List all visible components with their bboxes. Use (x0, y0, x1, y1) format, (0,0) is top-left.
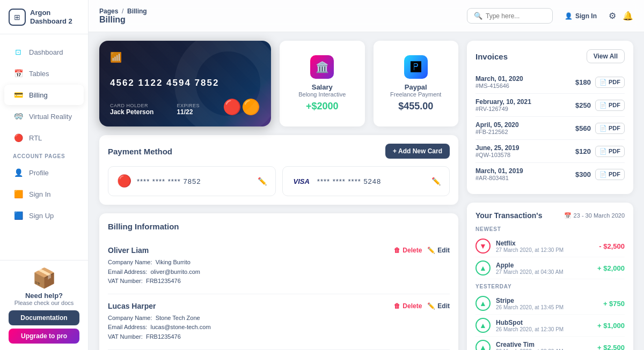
sidebar: ⊞ Argon Dashboard 2 ⊡ Dashboard 📅 Tables… (0, 0, 89, 350)
edit-lucas-button[interactable]: ✏️ Edit (427, 302, 450, 310)
invoice-id-2: #RV-126749 (475, 106, 531, 112)
invoice-date-3: April, 05, 2020 (475, 121, 519, 129)
pdf-button-3[interactable]: 📄 PDF (595, 123, 625, 134)
edit-oliver-button[interactable]: ✏️ Edit (427, 247, 450, 254)
top-cards-row: 📶 4562 1122 4594 7852 Card Holder Jack P… (99, 41, 458, 126)
payment-method-section: Payment Method + Add New Card 🔴 **** ***… (99, 135, 458, 205)
sidebar-item-tables[interactable]: 📅 Tables (4, 63, 84, 84)
pdf-button-2[interactable]: 📄 PDF (595, 100, 625, 111)
topbar-right: 🔍 👤 Sign In ⚙ 🔔 (467, 8, 633, 24)
sidebar-item-vr[interactable]: 🥽 Virtual Reality (4, 106, 84, 126)
view-all-button[interactable]: View All (587, 49, 625, 63)
user-icon: 👤 (565, 12, 573, 20)
search-input[interactable] (486, 12, 546, 20)
edit-icon: ✏️ (427, 302, 435, 310)
billing-info-header: Billing Information (108, 222, 450, 231)
page-title: Billing (99, 15, 147, 25)
transactions-section: Your Transaction's 📅 23 - 30 March 2020 … (467, 203, 633, 350)
invoice-date-4: June, 25, 2019 (475, 144, 519, 152)
billing-lucas-actions: 🗑 Delete ✏️ Edit (394, 302, 450, 310)
netflix-time: 27 March 2020, at 12:30 PM (496, 247, 594, 253)
sidebar-item-dashboard[interactable]: ⊡ Dashboard (4, 42, 84, 62)
invoice-date-1: March, 01, 2020 (475, 75, 523, 83)
billing-item-oliver: Oliver Liam 🗑 Delete ✏️ Edit (108, 239, 450, 294)
payment-cards-list: 🔴 **** **** **** 7852 ✏️ VISA **** **** … (108, 166, 450, 196)
logo-icon: ⊞ (9, 9, 26, 26)
hubspot-name: HubSpot (496, 319, 592, 326)
invoice-left-2: February, 10, 2021 #RV-126749 (475, 98, 531, 112)
transactions-header: Your Transaction's 📅 23 - 30 March 2020 (475, 211, 625, 220)
trans-item-stripe: ▲ Stripe 26 March 2020, at 13:45 PM + $7… (475, 293, 625, 315)
sidebar-item-signin[interactable]: 🟧 Sign In (4, 184, 84, 204)
sidebar-item-signup[interactable]: 🟦 Sign Up (4, 205, 84, 226)
paypal-value: $455.00 (398, 101, 433, 112)
billing-lucas-header: Lucas Harper 🗑 Delete ✏️ Edit (108, 302, 450, 310)
invoice-right-5: $300 📄 PDF (575, 169, 625, 180)
sidebar-item-profile[interactable]: 👤 Profile (4, 162, 84, 183)
breadcrumb: Pages / Billing (99, 8, 147, 15)
invoices-section: Invoices View All March, 01, 2020 #MS-41… (467, 41, 633, 194)
add-card-button[interactable]: + Add New Card (385, 144, 450, 159)
sidebar-item-billing[interactable]: 💳 Billing (4, 85, 84, 105)
paypal-label: Paypal (405, 83, 427, 91)
left-column: 📶 4562 1122 4594 7852 Card Holder Jack P… (99, 41, 458, 341)
sidebar-label-tables: Tables (29, 70, 49, 78)
sidebar-item-rtl[interactable]: 🔴 RTL (4, 128, 84, 148)
notifications-icon[interactable]: 🔔 (623, 11, 633, 21)
edit-visa-icon[interactable]: ✏️ (431, 177, 441, 185)
pdf-icon-3: 📄 (599, 125, 607, 132)
pdf-icon-2: 📄 (599, 102, 607, 109)
profile-icon: 👤 (13, 167, 24, 178)
search-box[interactable]: 🔍 (467, 8, 553, 24)
paypal-sub: Freelance Payment (390, 91, 441, 98)
topbar-signin-button[interactable]: 👤 Sign In (559, 9, 602, 23)
pdf-button-5[interactable]: 📄 PDF (595, 169, 625, 180)
search-icon: 🔍 (474, 12, 482, 20)
pdf-button-1[interactable]: 📄 PDF (595, 77, 625, 88)
apple-time: 27 March 2020, at 04:30 AM (496, 269, 592, 275)
netflix-amount: - $2,500 (599, 242, 625, 250)
invoices-header: Invoices View All (475, 49, 625, 63)
billing-icon: 💳 (13, 90, 24, 100)
sidebar-label-signin: Sign In (29, 190, 50, 198)
trans-item-hubspot: ▲ HubSpot 26 March 2020, at 12:30 PM + $… (475, 315, 625, 337)
billing-item-lucas: Lucas Harper 🗑 Delete ✏️ Edit (108, 294, 450, 350)
invoice-right-1: $180 📄 PDF (575, 77, 625, 88)
breadcrumb-base: Pages (99, 8, 118, 15)
docs-button[interactable]: Documentation (9, 310, 79, 325)
invoice-item-1: March, 01, 2020 #MS-415646 $180 📄 PDF (475, 71, 625, 94)
app-logo: ⊞ Argon Dashboard 2 (0, 0, 88, 34)
account-section-label: ACCOUNT PAGES (0, 149, 88, 161)
billing-info-title: Billing Information (108, 222, 179, 231)
trans-item-apple: ▲ Apple 27 March 2020, at 04:30 AM + $2,… (475, 257, 625, 279)
delete-oliver-button[interactable]: 🗑 Delete (394, 247, 422, 254)
invoice-id-1: #MS-415646 (475, 83, 523, 89)
invoices-title: Invoices (475, 52, 508, 61)
stripe-amount: + $750 (603, 300, 625, 308)
creative-tim-amount: + $2,500 (597, 344, 625, 351)
invoice-item-2: February, 10, 2021 #RV-126749 $250 📄 PDF (475, 94, 625, 117)
hubspot-time: 26 March 2020, at 12:30 PM (496, 326, 592, 332)
sidebar-label-signup: Sign Up (29, 212, 54, 220)
upgrade-button[interactable]: Upgrade to pro (9, 329, 79, 344)
delete-lucas-button[interactable]: 🗑 Delete (394, 302, 422, 310)
visa-logo-icon: VISA (291, 176, 312, 187)
settings-icon[interactable]: ⚙ (609, 11, 616, 21)
salary-icon: 🏛️ (310, 55, 334, 79)
breadcrumb-area: Pages / Billing Billing (99, 8, 147, 25)
invoice-item-5: March, 01, 2019 #AR-803481 $300 📄 PDF (475, 163, 625, 185)
invoice-left-1: March, 01, 2020 #MS-415646 (475, 75, 523, 89)
invoice-left-4: June, 25, 2019 #QW-103578 (475, 144, 519, 158)
visa-card-left: VISA **** **** **** 5248 (291, 176, 382, 187)
pdf-button-4[interactable]: 📄 PDF (595, 146, 625, 157)
visa-digits: **** **** **** 5248 (317, 177, 381, 185)
invoice-amount-5: $300 (575, 170, 591, 178)
help-subtitle: Please check our docs (9, 300, 79, 306)
creative-tim-circle: ▲ (475, 340, 491, 350)
billing-oliver-actions: 🗑 Delete ✏️ Edit (394, 247, 450, 254)
invoice-left-3: April, 05, 2020 #FB-212562 (475, 121, 519, 135)
sidebar-label-rtl: RTL (29, 134, 42, 142)
hubspot-circle: ▲ (475, 318, 491, 333)
trash-icon: 🗑 (394, 247, 400, 254)
edit-mastercard-icon[interactable]: ✏️ (258, 177, 267, 185)
